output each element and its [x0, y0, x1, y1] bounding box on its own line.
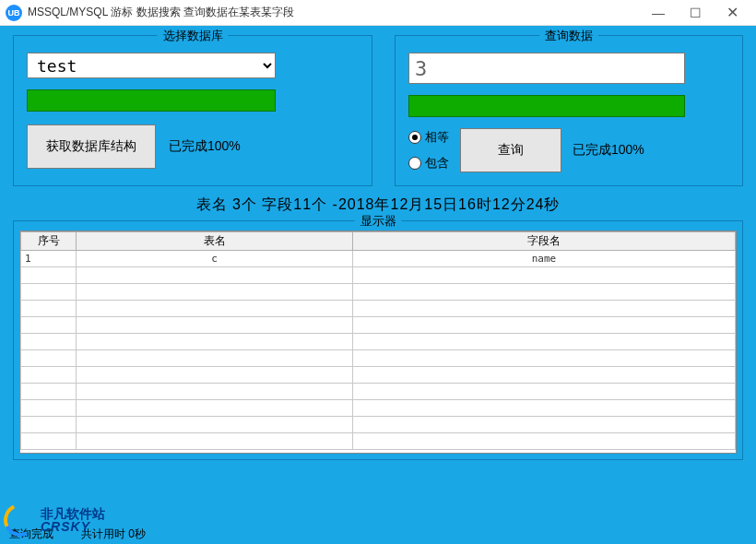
- table-cell: [77, 301, 353, 317]
- table-cell: [21, 400, 77, 417]
- fetch-structure-button[interactable]: 获取数据库结构: [27, 124, 156, 169]
- table-cell: [353, 284, 736, 301]
- radio-equal-icon: [408, 131, 421, 144]
- radio-contain-label: 包含: [425, 155, 449, 171]
- table-row[interactable]: [21, 284, 736, 301]
- header-table[interactable]: 表名: [77, 232, 353, 251]
- titlebar: UB MSSQL/MYSQL 游标 数据搜索 查询数据在某表某字段 — ☐ ✕: [0, 0, 756, 26]
- query-input[interactable]: [408, 53, 685, 84]
- table-cell: [77, 267, 353, 284]
- header-seq[interactable]: 序号: [21, 232, 77, 251]
- table-cell: [353, 350, 736, 367]
- table-cell: [77, 384, 353, 400]
- table-cell: [21, 334, 77, 350]
- query-legend: 查询数据: [539, 28, 598, 44]
- table-cell: [77, 433, 353, 450]
- grid-groupbox: 显示器 序号 表名 字段名 1cname: [13, 220, 743, 460]
- watermark-cn: 非凡软件站: [41, 507, 105, 520]
- table-cell: [21, 367, 77, 384]
- minimize-button[interactable]: —: [640, 1, 677, 25]
- table-row[interactable]: [21, 433, 736, 450]
- database-progress: [27, 89, 276, 112]
- table-cell: [77, 317, 353, 334]
- table-row[interactable]: [21, 267, 736, 284]
- table-cell: [21, 384, 77, 400]
- query-groupbox: 查询数据 相等 包含 查询 已完成100%: [395, 35, 743, 186]
- window-buttons: — ☐ ✕: [640, 1, 750, 25]
- table-cell: [353, 433, 736, 450]
- table-row[interactable]: [21, 301, 736, 317]
- table-cell: [353, 334, 736, 350]
- table-cell: [21, 417, 77, 433]
- table-cell: [77, 417, 353, 433]
- header-field[interactable]: 字段名: [353, 232, 736, 251]
- radio-equal-label: 相等: [425, 129, 449, 146]
- table-cell: [353, 400, 736, 417]
- table-row[interactable]: [21, 367, 736, 384]
- table-cell: [21, 301, 77, 317]
- database-groupbox: 选择数据库 test 获取数据库结构 已完成100%: [13, 35, 372, 186]
- database-status: 已完成100%: [169, 138, 241, 155]
- table-cell: [353, 367, 736, 384]
- table-cell: [21, 267, 77, 284]
- table-cell: [353, 267, 736, 284]
- radio-contain[interactable]: 包含: [408, 155, 449, 171]
- database-legend: 选择数据库: [158, 28, 229, 44]
- table-row[interactable]: [21, 317, 736, 334]
- database-select[interactable]: test: [27, 53, 276, 78]
- query-status: 已完成100%: [573, 142, 644, 159]
- table-row[interactable]: 1cname: [21, 251, 736, 267]
- statusbar: 查询完成 共计用时 0秒: [9, 526, 146, 542]
- table-cell: [21, 284, 77, 301]
- close-button[interactable]: ✕: [714, 1, 750, 25]
- table-cell: c: [77, 251, 353, 267]
- radio-equal[interactable]: 相等: [408, 129, 449, 146]
- window-title: MSSQL/MYSQL 游标 数据搜索 查询数据在某表某字段: [28, 5, 640, 20]
- client-area: 选择数据库 test 获取数据库结构 已完成100% 查询数据 相等: [0, 26, 756, 544]
- status-left: 查询完成: [9, 526, 53, 542]
- table-cell: [21, 350, 77, 367]
- table-cell: [77, 284, 353, 301]
- status-right: 共计用时 0秒: [81, 526, 146, 542]
- table-cell: 1: [21, 251, 77, 267]
- table-cell: [77, 367, 353, 384]
- grid-legend: 显示器: [355, 213, 402, 230]
- table-row[interactable]: [21, 384, 736, 400]
- table-row[interactable]: [21, 417, 736, 433]
- table-cell: [77, 400, 353, 417]
- table-cell: [77, 334, 353, 350]
- table-row[interactable]: [21, 334, 736, 350]
- table-cell: [353, 417, 736, 433]
- table-cell: [353, 301, 736, 317]
- table-cell: [353, 317, 736, 334]
- app-icon: UB: [6, 5, 22, 21]
- radio-contain-icon: [408, 157, 421, 170]
- table-cell: [21, 317, 77, 334]
- summary-text: 表名 3个 字段11个 -2018年12月15日16时12分24秒: [13, 195, 743, 215]
- table-header-row: 序号 表名 字段名: [21, 232, 736, 251]
- table-cell: [21, 433, 77, 450]
- table-cell: [77, 350, 353, 367]
- result-grid[interactable]: 序号 表名 字段名 1cname: [19, 231, 737, 454]
- table-row[interactable]: [21, 400, 736, 417]
- table-row[interactable]: [21, 350, 736, 367]
- maximize-button[interactable]: ☐: [677, 1, 714, 25]
- table-cell: [353, 384, 736, 400]
- table-cell: name: [353, 251, 736, 267]
- query-button[interactable]: 查询: [460, 128, 561, 172]
- query-progress: [408, 95, 685, 117]
